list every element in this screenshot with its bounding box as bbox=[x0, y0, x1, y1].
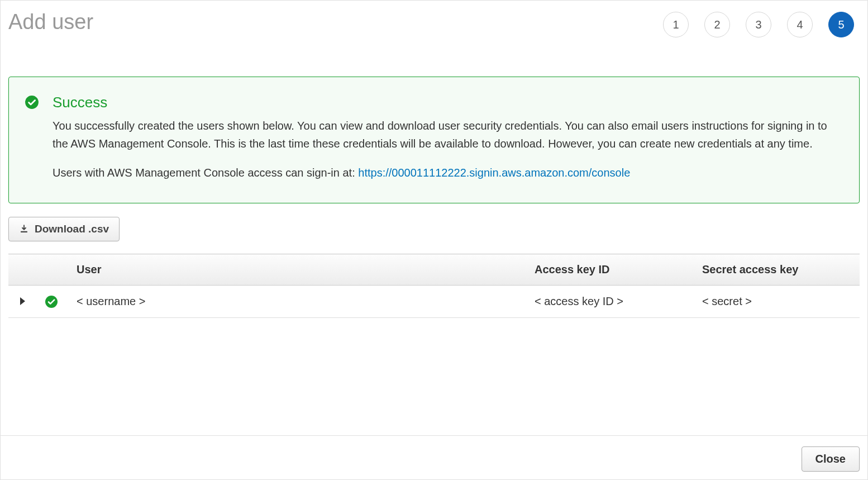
access-key-id-cell: < access key ID > bbox=[524, 286, 692, 318]
secret-access-key-cell: < secret > bbox=[692, 286, 860, 318]
signin-prefix: Users with AWS Management Console access… bbox=[53, 167, 358, 179]
wizard-steps: 1 2 3 4 5 bbox=[663, 7, 860, 37]
svg-point-0 bbox=[25, 96, 39, 109]
col-secret-access-key: Secret access key bbox=[692, 254, 860, 286]
download-icon bbox=[19, 224, 29, 234]
page-title: Add user bbox=[8, 9, 93, 35]
expand-cell[interactable] bbox=[8, 286, 36, 318]
footer: Close bbox=[8, 437, 860, 472]
step-1[interactable]: 1 bbox=[663, 12, 689, 37]
header-row: Add user 1 2 3 4 5 bbox=[8, 7, 860, 77]
status-cell bbox=[36, 286, 66, 318]
col-user: User bbox=[66, 254, 524, 286]
signin-line: Users with AWS Management Console access… bbox=[53, 164, 842, 182]
alert-message: You successfully created the users shown… bbox=[53, 117, 842, 153]
check-circle-icon bbox=[25, 95, 39, 110]
alert-heading: Success bbox=[53, 94, 842, 111]
footer-divider bbox=[1, 435, 867, 436]
download-row: Download .csv bbox=[8, 217, 860, 241]
signin-url-link[interactable]: https://000011112222.signin.aws.amazon.c… bbox=[358, 167, 630, 179]
download-csv-button[interactable]: Download .csv bbox=[8, 217, 120, 241]
close-button[interactable]: Close bbox=[802, 446, 860, 472]
content-wrap: Add user 1 2 3 4 5 Success You successfu… bbox=[1, 1, 867, 318]
col-expand bbox=[8, 254, 36, 286]
step-3[interactable]: 3 bbox=[746, 12, 771, 37]
step-2[interactable]: 2 bbox=[704, 12, 730, 37]
users-table: User Access key ID Secret access key bbox=[8, 254, 860, 318]
user-cell: < username > bbox=[66, 286, 524, 318]
step-4[interactable]: 4 bbox=[787, 12, 813, 37]
col-status bbox=[36, 254, 66, 286]
col-access-key-id: Access key ID bbox=[524, 254, 692, 286]
page-container: Add user 1 2 3 4 5 Success You successfu… bbox=[0, 0, 868, 480]
step-5[interactable]: 5 bbox=[828, 12, 854, 37]
svg-rect-1 bbox=[21, 231, 27, 232]
caret-right-icon bbox=[20, 297, 25, 305]
svg-point-2 bbox=[45, 296, 58, 308]
table-row: < username > < access key ID > < secret … bbox=[8, 286, 860, 318]
check-circle-icon bbox=[45, 295, 58, 308]
alert-body: Success You successfully created the use… bbox=[53, 94, 842, 182]
success-alert: Success You successfully created the use… bbox=[8, 77, 860, 203]
download-csv-label: Download .csv bbox=[35, 223, 109, 235]
